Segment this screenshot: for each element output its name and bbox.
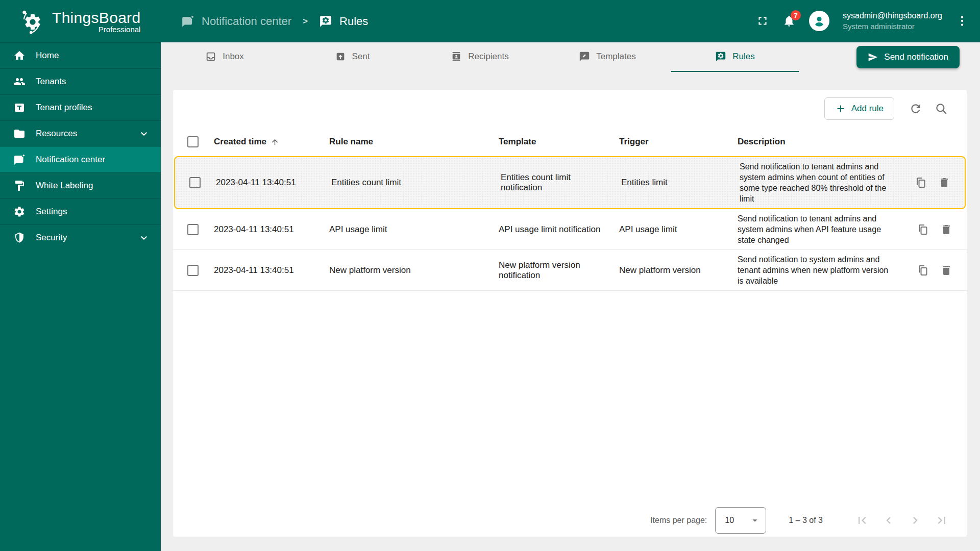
sidebar-item-home[interactable]: Home	[0, 42, 161, 68]
kebab-icon	[955, 14, 969, 28]
table-row[interactable]: 2023-04-11 13:40:51 API usage limit API …	[173, 209, 967, 250]
brand-edition: Professional	[99, 25, 141, 34]
breadcrumb-notification-center[interactable]: Notification center	[181, 15, 291, 28]
tab-templates[interactable]: Templates	[544, 42, 671, 72]
cell-rule-name: New platform version	[320, 265, 489, 276]
tab-rules[interactable]: Rules	[671, 42, 799, 72]
rules-table-card: Add rule Created time	[173, 90, 967, 537]
page-range-label: 1 – 3 of 3	[789, 516, 823, 525]
sidebar-item-label: Tenant profiles	[36, 103, 92, 113]
top-header: Notification center > Rules 7	[161, 0, 980, 42]
sidebar-item-label: Security	[36, 233, 67, 243]
person-icon	[812, 13, 827, 29]
tab-label: Templates	[596, 52, 635, 62]
inbox-icon	[205, 51, 216, 62]
shield-icon	[13, 232, 26, 244]
column-header-description[interactable]: Description	[728, 137, 900, 147]
breadcrumb-separator: >	[303, 16, 308, 27]
sidebar-item-settings[interactable]: Settings	[0, 198, 161, 224]
cell-template: Entities count limit notification	[492, 172, 612, 193]
refresh-button[interactable]	[904, 97, 927, 120]
rules-icon	[319, 15, 332, 28]
select-all-checkbox[interactable]	[187, 136, 199, 147]
send-icon	[868, 52, 878, 62]
sidebar-item-label: Home	[36, 51, 59, 61]
cell-description: Send notification to tenant admins and s…	[728, 209, 900, 249]
delete-rule-button[interactable]	[936, 174, 952, 191]
next-page-button[interactable]	[903, 509, 927, 532]
tab-label: Rules	[732, 52, 754, 62]
sidebar-item-white-labeling[interactable]: White Labeling	[0, 172, 161, 198]
last-page-button[interactable]	[930, 509, 953, 532]
cell-rule-name: API usage limit	[320, 224, 489, 235]
first-page-icon	[855, 513, 869, 528]
refresh-icon	[909, 102, 922, 115]
first-page-button[interactable]	[850, 509, 874, 532]
tab-inbox[interactable]: Inbox	[161, 42, 288, 72]
notifications-button[interactable]: 7	[782, 14, 796, 28]
avatar[interactable]	[809, 11, 829, 31]
copy-rule-button[interactable]	[915, 221, 931, 238]
search-button[interactable]	[930, 97, 952, 120]
items-per-page-select[interactable]: 10	[715, 507, 766, 534]
sidebar-item-security[interactable]: Security	[0, 224, 161, 251]
copy-rule-button[interactable]	[915, 262, 931, 279]
app-logo[interactable]: ThingsBoard Professional	[0, 0, 161, 42]
sidebar-item-label: Tenants	[36, 77, 66, 87]
user-role: System administrator	[843, 21, 942, 32]
chevron-down-icon	[138, 232, 150, 243]
sidebar-item-label: White Labeling	[36, 181, 93, 191]
folder-icon	[13, 128, 26, 140]
sidebar-nav: Home Tenants Tenant profiles Resources N…	[0, 42, 161, 251]
notification-center-icon	[181, 15, 194, 28]
add-rule-button[interactable]: Add rule	[824, 97, 894, 120]
delete-rule-button[interactable]	[938, 262, 954, 279]
table-toolbar: Add rule	[173, 90, 967, 128]
cell-created-time: 2023-04-11 13:40:51	[205, 265, 320, 276]
sidebar-item-tenants[interactable]: Tenants	[0, 68, 161, 94]
table-row[interactable]: 2023-04-11 13:40:51 New platform version…	[173, 250, 967, 291]
paginator: Items per page: 10 1 – 3 of 3	[173, 504, 967, 537]
plus-icon	[835, 103, 846, 114]
chevron-down-icon	[138, 128, 150, 139]
cell-trigger: Entities limit	[612, 178, 730, 188]
search-icon	[935, 102, 948, 115]
user-info[interactable]: sysadmin@thingsboard.org System administ…	[843, 11, 942, 31]
column-header-trigger[interactable]: Trigger	[610, 137, 728, 147]
tab-label: Sent	[352, 52, 370, 62]
column-header-template[interactable]: Template	[489, 137, 610, 147]
breadcrumb-rules[interactable]: Rules	[319, 15, 368, 28]
previous-page-button[interactable]	[877, 509, 900, 532]
row-checkbox[interactable]	[187, 224, 199, 235]
copy-rule-button[interactable]	[913, 174, 929, 191]
caret-down-icon	[749, 515, 761, 526]
more-menu-button[interactable]	[955, 14, 969, 28]
tab-sent[interactable]: Sent	[288, 42, 416, 72]
sidebar-item-tenant-profiles[interactable]: Tenant profiles	[0, 94, 161, 120]
sidebar-item-resources[interactable]: Resources	[0, 120, 161, 146]
tab-recipients[interactable]: Recipients	[416, 42, 544, 72]
fullscreen-button[interactable]	[756, 14, 769, 28]
row-checkbox[interactable]	[187, 265, 199, 276]
copy-icon	[917, 264, 929, 277]
content-area: Add rule Created time	[161, 72, 980, 551]
sidebar-item-label: Settings	[36, 207, 67, 217]
thingsboard-logo-icon	[19, 8, 46, 35]
delete-rule-button[interactable]	[938, 221, 954, 238]
sidebar-item-notification-center[interactable]: Notification center	[0, 146, 161, 172]
cell-rule-name: Entities count limit	[322, 178, 492, 188]
column-header-rule-name[interactable]: Rule name	[320, 137, 489, 147]
brand-name: ThingsBoard	[52, 9, 140, 27]
row-checkbox[interactable]	[189, 177, 201, 188]
send-notification-button[interactable]: Send notification	[856, 46, 960, 68]
cell-trigger: API usage limit	[610, 224, 728, 235]
breadcrumb-parent-label: Notification center	[202, 15, 291, 28]
column-header-created-time[interactable]: Created time	[214, 137, 312, 147]
copy-icon	[917, 223, 929, 236]
table-row[interactable]: 2023-04-11 13:40:51 Entities count limit…	[174, 156, 966, 209]
notification-center-icon	[13, 154, 26, 166]
sent-icon	[335, 51, 346, 62]
cell-created-time: 2023-04-11 13:40:51	[205, 224, 320, 235]
tenant-profiles-icon	[13, 102, 26, 114]
last-page-icon	[935, 513, 949, 528]
